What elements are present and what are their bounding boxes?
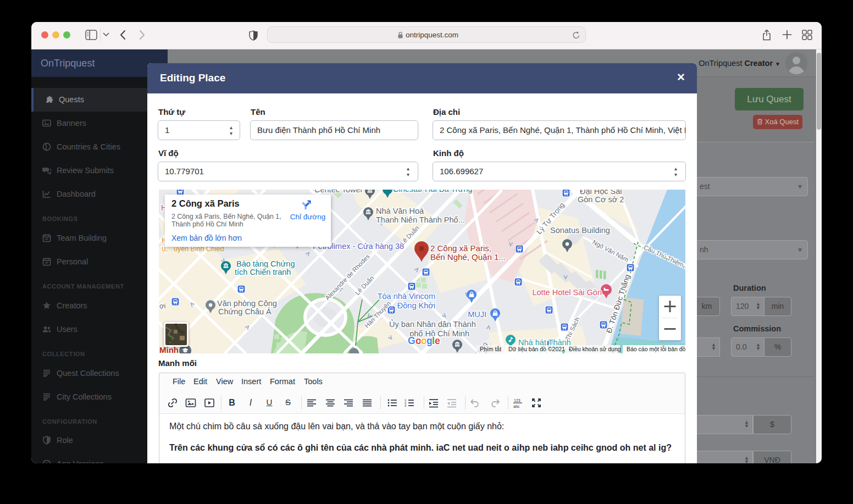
svg-text:ợi: ợi — [159, 302, 166, 310]
svg-text:Chứng Châu Á: Chứng Châu Á — [218, 307, 272, 316]
svg-text:tích Chiến tranh: tích Chiến tranh — [235, 268, 291, 276]
svg-text:Tòa nhà Vincom: Tòa nhà Vincom — [378, 292, 435, 301]
svg-text:Văn phòng Công: Văn phòng Công — [217, 299, 277, 308]
svg-text:2 Công xã Paris, Bến Nghé, Quậ: 2 Công xã Paris, Bến Nghé, Quận 1, — [171, 213, 281, 220]
svg-text:Gòn Cơ sở 2: Gòn Cơ sở 2 — [578, 195, 624, 204]
svg-text:Đồng Khởi: Đồng Khởi — [397, 301, 435, 310]
svg-text:G: G — [408, 335, 416, 346]
svg-text:e: e — [435, 335, 440, 346]
svg-text:Xem bản đồ lớn hơn: Xem bản đồ lớn hơn — [171, 234, 242, 242]
svg-text:Bảo tàng Chứng: Bảo tàng Chứng — [236, 259, 295, 268]
svg-text:Điều khoản sử dụng: Điều khoản sử dụng — [569, 346, 621, 352]
svg-text:123: 123 — [514, 398, 520, 402]
svg-text:2 Công xã Paris,: 2 Công xã Paris, — [430, 243, 491, 253]
svg-text:Ủy ban Nhân dân Thành: Ủy ban Nhân dân Thành — [389, 319, 476, 329]
svg-text:abc: abc — [513, 405, 520, 408]
svg-text:3: 3 — [405, 404, 406, 407]
svg-text:Centec Tower: Centec Tower — [314, 190, 363, 194]
svg-text:MUJI: MUJI — [468, 310, 486, 319]
svg-text:2 Công xã Paris: 2 Công xã Paris — [171, 198, 240, 208]
svg-text:Lotte Hotel Sài Gòn: Lotte Hotel Sài Gòn — [532, 288, 602, 297]
svg-text:Báo cáo một lỗi bản đồ: Báo cáo một lỗi bản đồ — [627, 346, 685, 352]
svg-text:Cinestar Hai Bà Trưng: Cinestar Hai Bà Trưng — [393, 190, 472, 193]
svg-text:Sonatus Building: Sonatus Building — [550, 226, 610, 235]
svg-text:Thanh Niên Thành Phố...: Thanh Niên Thành Phố... — [376, 215, 465, 224]
svg-text:Thành phố Hồ Chí Minh: Thành phố Hồ Chí Minh — [171, 220, 243, 228]
svg-text:Chỉ đường: Chỉ đường — [290, 213, 325, 221]
svg-text:Phím tắt: Phím tắt — [480, 346, 501, 352]
svg-text:Bến Nghé, Quận 1...: Bến Nghé, Quận 1... — [430, 252, 506, 262]
svg-text:Dữ liệu bản đồ ©2021: Dữ liệu bản đồ ©2021 — [508, 346, 565, 352]
svg-text:Nhà Văn Hoá: Nhà Văn Hoá — [376, 207, 424, 215]
